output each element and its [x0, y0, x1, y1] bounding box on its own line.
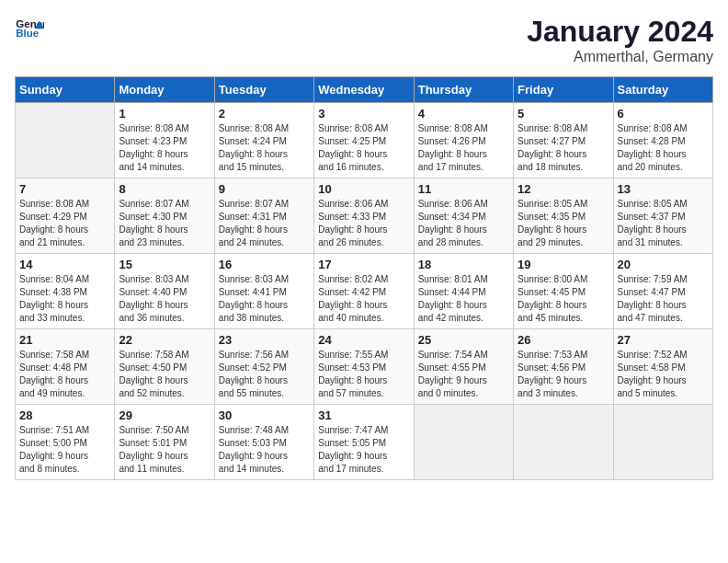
calendar-cell: 9Sunrise: 8:07 AM Sunset: 4:31 PM Daylig…: [214, 178, 313, 254]
day-number: 21: [19, 333, 110, 347]
calendar-cell: 18Sunrise: 8:01 AM Sunset: 4:44 PM Dayli…: [414, 254, 513, 329]
calendar-cell: [613, 405, 712, 480]
calendar-cell: 30Sunrise: 7:48 AM Sunset: 5:03 PM Dayli…: [214, 405, 313, 480]
day-info: Sunrise: 8:06 AM Sunset: 4:34 PM Dayligh…: [418, 198, 509, 249]
calendar-cell: 31Sunrise: 7:47 AM Sunset: 5:05 PM Dayli…: [314, 405, 414, 480]
day-info: Sunrise: 8:08 AM Sunset: 4:28 PM Dayligh…: [618, 122, 709, 174]
day-number: 16: [219, 258, 310, 271]
calendar-cell: 2Sunrise: 8:08 AM Sunset: 4:24 PM Daylig…: [214, 103, 313, 178]
day-number: 4: [418, 107, 509, 121]
calendar-cell: 29Sunrise: 7:50 AM Sunset: 5:01 PM Dayli…: [115, 405, 214, 480]
day-info: Sunrise: 8:03 AM Sunset: 4:41 PM Dayligh…: [219, 273, 310, 325]
day-number: 10: [318, 182, 409, 196]
col-header-wednesday: Wednesday: [314, 77, 414, 103]
title-block: January 2024 Ammerthal, Germany: [527, 15, 713, 65]
col-header-sunday: Sunday: [16, 77, 115, 103]
day-info: Sunrise: 7:53 AM Sunset: 4:56 PM Dayligh…: [518, 349, 609, 400]
calendar-cell: 28Sunrise: 7:51 AM Sunset: 5:00 PM Dayli…: [16, 405, 115, 480]
logo: General Blue: [15, 15, 48, 44]
day-info: Sunrise: 7:48 AM Sunset: 5:03 PM Dayligh…: [219, 424, 310, 476]
day-info: Sunrise: 7:59 AM Sunset: 4:47 PM Dayligh…: [618, 273, 709, 325]
day-info: Sunrise: 7:52 AM Sunset: 4:58 PM Dayligh…: [618, 349, 709, 400]
calendar-cell: 14Sunrise: 8:04 AM Sunset: 4:38 PM Dayli…: [16, 254, 115, 329]
day-number: 30: [219, 408, 310, 422]
calendar-cell: 24Sunrise: 7:55 AM Sunset: 4:53 PM Dayli…: [314, 329, 414, 405]
calendar-cell: 6Sunrise: 8:08 AM Sunset: 4:28 PM Daylig…: [613, 103, 712, 178]
day-number: 5: [518, 107, 609, 121]
day-number: 15: [119, 258, 210, 271]
col-header-saturday: Saturday: [613, 77, 712, 103]
page-title: January 2024: [527, 15, 713, 49]
day-number: 11: [418, 182, 509, 196]
logo-icon: General Blue: [15, 15, 44, 44]
calendar-cell: 4Sunrise: 8:08 AM Sunset: 4:26 PM Daylig…: [414, 103, 513, 178]
calendar-cell: 23Sunrise: 7:56 AM Sunset: 4:52 PM Dayli…: [214, 329, 313, 405]
col-header-monday: Monday: [115, 77, 214, 103]
day-number: 31: [318, 408, 409, 422]
day-info: Sunrise: 7:47 AM Sunset: 5:05 PM Dayligh…: [318, 424, 409, 476]
day-info: Sunrise: 8:08 AM Sunset: 4:26 PM Dayligh…: [418, 122, 509, 174]
day-number: 27: [618, 333, 709, 347]
calendar-cell: 7Sunrise: 8:08 AM Sunset: 4:29 PM Daylig…: [16, 178, 115, 254]
day-info: Sunrise: 8:04 AM Sunset: 4:38 PM Dayligh…: [19, 273, 110, 325]
calendar-cell: 20Sunrise: 7:59 AM Sunset: 4:47 PM Dayli…: [613, 254, 712, 329]
calendar-cell: [16, 103, 115, 178]
calendar-cell: 21Sunrise: 7:58 AM Sunset: 4:48 PM Dayli…: [16, 329, 115, 405]
day-number: 20: [618, 258, 709, 271]
day-info: Sunrise: 7:56 AM Sunset: 4:52 PM Dayligh…: [219, 349, 310, 400]
day-number: 6: [618, 107, 709, 121]
day-info: Sunrise: 8:08 AM Sunset: 4:23 PM Dayligh…: [119, 122, 210, 174]
day-info: Sunrise: 8:08 AM Sunset: 4:25 PM Dayligh…: [318, 122, 409, 174]
calendar-cell: 8Sunrise: 8:07 AM Sunset: 4:30 PM Daylig…: [115, 178, 214, 254]
calendar-table: SundayMondayTuesdayWednesdayThursdayFrid…: [15, 76, 713, 480]
day-info: Sunrise: 7:58 AM Sunset: 4:50 PM Dayligh…: [119, 349, 210, 400]
day-info: Sunrise: 7:51 AM Sunset: 5:00 PM Dayligh…: [19, 424, 110, 476]
day-info: Sunrise: 8:05 AM Sunset: 4:35 PM Dayligh…: [518, 198, 609, 249]
calendar-cell: 5Sunrise: 8:08 AM Sunset: 4:27 PM Daylig…: [514, 103, 613, 178]
day-number: 13: [618, 182, 709, 196]
day-number: 17: [318, 258, 409, 271]
col-header-tuesday: Tuesday: [214, 77, 313, 103]
day-number: 18: [418, 258, 509, 271]
calendar-cell: 11Sunrise: 8:06 AM Sunset: 4:34 PM Dayli…: [414, 178, 513, 254]
day-number: 7: [19, 182, 110, 196]
calendar-cell: 13Sunrise: 8:05 AM Sunset: 4:37 PM Dayli…: [613, 178, 712, 254]
calendar-cell: 10Sunrise: 8:06 AM Sunset: 4:33 PM Dayli…: [314, 178, 414, 254]
calendar-cell: 16Sunrise: 8:03 AM Sunset: 4:41 PM Dayli…: [214, 254, 313, 329]
day-info: Sunrise: 8:08 AM Sunset: 4:29 PM Dayligh…: [19, 198, 110, 249]
day-number: 24: [318, 333, 409, 347]
day-info: Sunrise: 7:55 AM Sunset: 4:53 PM Dayligh…: [318, 349, 409, 400]
calendar-cell: 15Sunrise: 8:03 AM Sunset: 4:40 PM Dayli…: [115, 254, 214, 329]
svg-text:Blue: Blue: [16, 28, 40, 39]
day-number: 25: [418, 333, 509, 347]
day-number: 19: [518, 258, 609, 271]
day-info: Sunrise: 8:00 AM Sunset: 4:45 PM Dayligh…: [518, 273, 609, 325]
calendar-cell: 1Sunrise: 8:08 AM Sunset: 4:23 PM Daylig…: [115, 103, 214, 178]
calendar-cell: 17Sunrise: 8:02 AM Sunset: 4:42 PM Dayli…: [314, 254, 414, 329]
day-number: 1: [119, 107, 210, 121]
day-info: Sunrise: 8:08 AM Sunset: 4:24 PM Dayligh…: [219, 122, 310, 174]
day-info: Sunrise: 8:06 AM Sunset: 4:33 PM Dayligh…: [318, 198, 409, 249]
day-info: Sunrise: 8:07 AM Sunset: 4:31 PM Dayligh…: [219, 198, 310, 249]
day-info: Sunrise: 8:01 AM Sunset: 4:44 PM Dayligh…: [418, 273, 509, 325]
day-number: 29: [119, 408, 210, 422]
calendar-cell: 19Sunrise: 8:00 AM Sunset: 4:45 PM Dayli…: [514, 254, 613, 329]
day-number: 9: [219, 182, 310, 196]
day-info: Sunrise: 7:50 AM Sunset: 5:01 PM Dayligh…: [119, 424, 210, 476]
day-info: Sunrise: 7:58 AM Sunset: 4:48 PM Dayligh…: [19, 349, 110, 400]
page-header: General Blue January 2024 Ammerthal, Ger…: [15, 15, 713, 65]
day-info: Sunrise: 8:07 AM Sunset: 4:30 PM Dayligh…: [119, 198, 210, 249]
col-header-thursday: Thursday: [414, 77, 513, 103]
day-info: Sunrise: 7:54 AM Sunset: 4:55 PM Dayligh…: [418, 349, 509, 400]
calendar-cell: 25Sunrise: 7:54 AM Sunset: 4:55 PM Dayli…: [414, 329, 513, 405]
calendar-cell: [414, 405, 513, 480]
day-info: Sunrise: 8:08 AM Sunset: 4:27 PM Dayligh…: [518, 122, 609, 174]
day-number: 12: [518, 182, 609, 196]
day-number: 26: [518, 333, 609, 347]
calendar-cell: 27Sunrise: 7:52 AM Sunset: 4:58 PM Dayli…: [613, 329, 712, 405]
day-number: 14: [19, 258, 110, 271]
day-number: 22: [119, 333, 210, 347]
day-number: 2: [219, 107, 310, 121]
day-number: 23: [219, 333, 310, 347]
col-header-friday: Friday: [514, 77, 613, 103]
